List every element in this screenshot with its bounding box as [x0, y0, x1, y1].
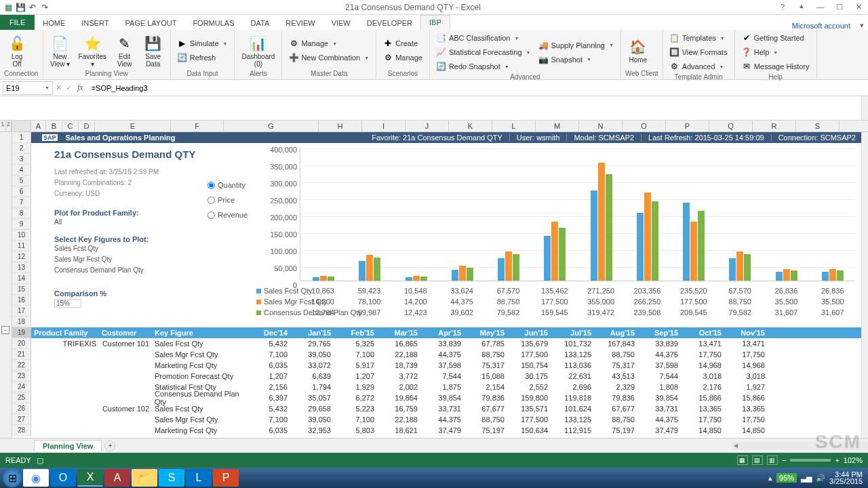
ribbon-snapshot[interactable]: 📷Snapshot▼ [536, 53, 616, 66]
kf-1[interactable]: Sales Mgr Fcst Qty [54, 254, 208, 265]
kf-0[interactable]: Sales Fcst Qty [54, 243, 208, 254]
ribbon-home[interactable]: 🏠Home [625, 31, 651, 70]
sheet-tab-planning-view[interactable]: Planning View [34, 440, 102, 451]
ribbon-message-history[interactable]: ✉Message History [739, 60, 812, 73]
col-header-G[interactable]: G [224, 121, 319, 131]
row-header-15[interactable]: 15 [12, 284, 31, 295]
row-header-23[interactable]: 23 [12, 371, 31, 382]
add-sheet-icon[interactable]: + [104, 441, 115, 451]
ribbon-supply-planning[interactable]: 🚚Supply Planning▼ [536, 39, 616, 52]
row-header-26[interactable]: 26 [12, 403, 31, 414]
row-header-28[interactable]: 28 [12, 425, 31, 436]
row-header-18[interactable]: 18 [12, 317, 31, 327]
tab-ibp[interactable]: IBP [420, 15, 450, 30]
view-page-break-icon[interactable]: ▥ [767, 455, 778, 465]
ribbon-save[interactable]: 💾SaveData [140, 31, 166, 70]
tab-insert[interactable]: INSERT [73, 16, 117, 30]
plot-family-value[interactable]: All [54, 218, 208, 226]
col-header-P[interactable]: P [666, 121, 709, 131]
system-tray[interactable]: ▴ 95% ▃▅ 🔊 3:44 PM3/25/2015 [768, 471, 865, 485]
row-header-19[interactable]: 19 [12, 327, 31, 338]
account-menu-icon[interactable]: ▾ [856, 21, 868, 30]
col-header-Q[interactable]: Q [709, 121, 753, 131]
zoom-slider[interactable] [790, 459, 831, 462]
col-header-M[interactable]: M [536, 121, 579, 131]
macro-record-icon[interactable]: ▢ [37, 456, 43, 465]
accept-formula-icon[interactable]: ✓ [66, 83, 72, 92]
scrollbar[interactable] [861, 96, 868, 120]
save-icon[interactable]: 💾 [15, 2, 26, 13]
col-header-N[interactable]: N [579, 121, 623, 131]
zoom-value[interactable]: 102% [844, 456, 863, 464]
taskbar-powerpoint[interactable]: P [213, 469, 239, 487]
col-header-C[interactable]: C [62, 121, 79, 131]
fx-icon[interactable]: fx [75, 83, 86, 93]
ribbon-simulate[interactable]: ▶Simulate▼ [175, 37, 231, 50]
row-header-6[interactable]: 6 [12, 186, 31, 197]
col-header-B[interactable]: B [46, 121, 62, 131]
row-header-25[interactable]: 25 [12, 392, 31, 403]
row-header-7[interactable]: 7 [12, 197, 31, 208]
ribbon-manage[interactable]: ⚙Manage [380, 51, 425, 64]
ribbon-toggle-icon[interactable]: ▲ [795, 3, 808, 12]
tray-expand-icon[interactable]: ▴ [768, 474, 772, 483]
row-header-3[interactable]: 3 [12, 154, 31, 165]
tab-page-layout[interactable]: PAGE LAYOUT [117, 16, 184, 30]
ribbon-abc-classification[interactable]: 📑ABC Classification▼ [434, 31, 534, 45]
row-header-1[interactable]: 1 [12, 132, 31, 143]
maximize-icon[interactable]: ☐ [833, 3, 846, 12]
ribbon-dashboard[interactable]: 📊Dashboard(0) [239, 31, 277, 70]
row-header-13[interactable]: 13 [12, 262, 31, 273]
taskbar-excel[interactable]: X [77, 469, 103, 487]
ribbon-view-formats[interactable]: 🔲View Formats [667, 45, 730, 59]
radio-revenue[interactable]: Revenue [208, 211, 259, 219]
outline-level-selector[interactable]: 12 [0, 121, 12, 131]
row-header-27[interactable]: 27 [12, 414, 31, 425]
ribbon-getting-started[interactable]: ✔Getting Started [739, 31, 812, 45]
radio-quantity[interactable]: Quantity [208, 181, 259, 189]
ribbon-new-combination[interactable]: ➕New Combination▼ [286, 51, 372, 64]
minimize-icon[interactable]: — [814, 3, 827, 12]
outline-collapse-icon[interactable]: − [1, 326, 9, 334]
cancel-formula-icon[interactable]: ✕ [56, 83, 62, 92]
col-header-R[interactable]: R [753, 121, 796, 131]
start-button[interactable]: ⊞ [3, 468, 22, 487]
row-header-12[interactable]: 12 [12, 251, 31, 262]
row-header-16[interactable]: 16 [12, 295, 31, 306]
help-icon[interactable]: ? [776, 3, 789, 12]
ribbon-manage[interactable]: ⚙Manage▼ [286, 37, 372, 50]
ribbon-advanced[interactable]: ⚙Advanced▼ [667, 60, 730, 73]
row-header-2[interactable]: 2 [12, 143, 31, 154]
col-header-J[interactable]: J [406, 121, 449, 131]
account-link[interactable]: Microsoft account [787, 22, 856, 30]
taskbar-explorer[interactable]: 📁 [132, 469, 157, 487]
ribbon-refresh[interactable]: 🔄Refresh [175, 51, 231, 64]
row-header-21[interactable]: 21 [12, 349, 31, 360]
taskbar-lync[interactable]: L [186, 469, 212, 487]
sheet-content[interactable]: SAP Sales and Operations Planning Favori… [31, 132, 861, 438]
tab-file[interactable]: FILE [0, 15, 35, 30]
col-header-I[interactable]: I [362, 121, 406, 131]
row-header-17[interactable]: 17 [12, 306, 31, 317]
tab-data[interactable]: DATA [243, 16, 278, 30]
taskbar-outlook[interactable]: O [50, 469, 76, 487]
ribbon-new[interactable]: 📄NewView ▾ [47, 31, 73, 70]
view-normal-icon[interactable]: ▦ [737, 455, 748, 465]
tab-developer[interactable]: DEVELOPER [359, 16, 420, 30]
row-header-10[interactable]: 10 [12, 230, 31, 241]
row-header-14[interactable]: 14 [12, 273, 31, 284]
col-header-D[interactable]: D [79, 121, 95, 131]
data-table[interactable]: TRIFEXISCustomer 101Sales Fcst Qty5,4322… [31, 338, 861, 436]
formula-input[interactable] [89, 84, 865, 92]
ribbon-edit[interactable]: ✎EditView [112, 31, 138, 70]
row-header-22[interactable]: 22 [12, 360, 31, 371]
redo-icon[interactable]: ↷ [39, 2, 50, 13]
name-box[interactable]: E19▼ [3, 81, 53, 95]
ribbon-favorites[interactable]: ⭐Favorites▾ [76, 31, 109, 70]
row-header-5[interactable]: 5 [12, 176, 31, 186]
row-header-4[interactable]: 4 [12, 165, 31, 176]
row-header-11[interactable]: 11 [12, 241, 31, 251]
ribbon-create[interactable]: ✚Create [380, 37, 425, 50]
col-header-E[interactable]: E [95, 121, 171, 131]
view-page-layout-icon[interactable]: ▤ [752, 455, 763, 465]
